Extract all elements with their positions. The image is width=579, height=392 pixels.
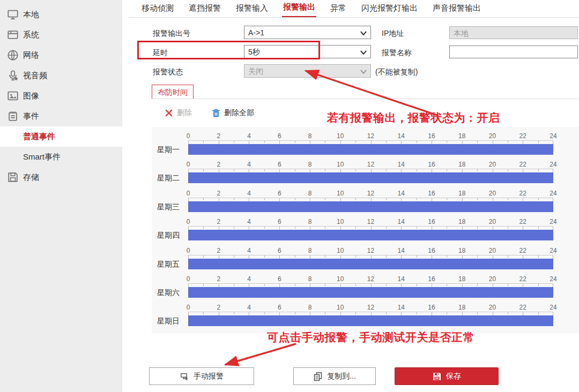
sidebar-item-label: 视音频 (23, 71, 47, 81)
schedule-track[interactable]: 024681012141618202224 (188, 190, 553, 212)
schedule-track[interactable]: 024681012141618202224 (188, 304, 553, 326)
axis-tick-label: 24 (550, 132, 556, 140)
tab-audio-alarm-output[interactable]: 声音报警输出 (432, 1, 482, 17)
axis-tick-label: 16 (428, 161, 435, 168)
sidebar-item-label: 存储 (23, 172, 39, 183)
schedule-bar[interactable] (188, 201, 553, 212)
schedule-bar[interactable] (188, 230, 553, 240)
axis-tick-label: 6 (278, 190, 281, 197)
axis-tick-label: 0 (187, 275, 190, 283)
axis-tick-label: 24 (550, 218, 556, 225)
axis-tick-label: 0 (187, 218, 190, 225)
schedule-track[interactable]: 024681012141618202224 (188, 247, 553, 269)
tab-motion-detection[interactable]: 移动侦测 (140, 1, 175, 17)
axis-tick-label: 18 (458, 247, 465, 254)
schedule-bar[interactable] (188, 172, 553, 183)
axis-tick-label: 8 (308, 304, 312, 311)
axis-tick-label: 10 (337, 190, 344, 197)
delete-button[interactable]: 删除 (164, 108, 192, 118)
tab-alarm-input[interactable]: 报警输入 (235, 1, 269, 17)
globe-icon (7, 49, 19, 61)
sidebar-item-system[interactable]: 系统 (0, 25, 122, 45)
axis-tick-label: 18 (458, 132, 465, 140)
delete-all-button[interactable]: 删除全部 (211, 108, 254, 118)
axis-tick-label: 16 (428, 275, 435, 283)
annotation-manual-note: 可点击手动报警，手动测试开关是否正常 (267, 330, 474, 345)
axis-tick-label: 14 (398, 247, 405, 254)
alarm-status-value: 关闭 (248, 67, 263, 76)
schedule-bar[interactable] (188, 259, 553, 269)
axis-tick-label: 20 (489, 247, 496, 254)
axis-tick-label: 24 (550, 247, 556, 254)
schedule-track[interactable]: 024681012141618202224 (188, 132, 553, 155)
axis-tick-label: 12 (367, 247, 374, 254)
axis-tick-label: 2 (217, 218, 220, 225)
axis-tick-label: 24 (550, 190, 556, 197)
axis-tick-label: 22 (519, 304, 526, 311)
schedule-day-label: 星期二 (157, 172, 185, 183)
sidebar-item-image[interactable]: 图像 (0, 86, 122, 106)
sidebar-item-local[interactable]: 本地 (0, 4, 122, 25)
save-button[interactable]: 保存 (395, 367, 499, 385)
alarm-output-no-select[interactable]: A->1 (244, 26, 371, 39)
manual-alarm-button[interactable]: 手动报警 (149, 367, 254, 385)
sidebar-item-label: 普通事件 (23, 132, 55, 142)
axis-tick-label: 8 (308, 132, 312, 140)
tab-tamper-alarm[interactable]: 遮挡报警 (188, 1, 222, 17)
sidebar-item-audio-video[interactable]: 视音频 (0, 65, 122, 86)
schedule-bar[interactable] (188, 315, 553, 326)
axis-tick-label: 18 (458, 275, 465, 283)
axis-tick-label: 4 (247, 218, 251, 225)
axis-tick-label: 24 (550, 304, 556, 311)
axis-tick-label: 18 (458, 304, 465, 311)
sidebar-item-network[interactable]: 网络 (0, 45, 122, 65)
delay-label: 延时 (153, 48, 168, 58)
axis-tick-label: 14 (398, 218, 405, 225)
sidebar-item-basic-event[interactable]: 普通事件 (0, 126, 122, 147)
tab-exception[interactable]: 异常 (329, 1, 347, 17)
axis-tick-label: 4 (247, 132, 251, 140)
axis-tick-label: 16 (428, 132, 435, 140)
alarm-name-input[interactable] (449, 46, 578, 58)
schedule-day-label: 星期四 (157, 230, 185, 240)
save-label: 保存 (446, 372, 461, 381)
sidebar-item-event[interactable]: 事件 (0, 106, 122, 126)
schedule-row: 星期二024681012141618202224 (152, 161, 579, 184)
axis-tick-label: 12 (367, 304, 374, 311)
schedule-day-label: 星期日 (157, 315, 185, 326)
save-icon (432, 372, 442, 381)
axis-tick-label: 22 (519, 247, 526, 254)
sidebar-item-storage[interactable]: 存储 (0, 167, 122, 187)
sidebar: 本地系统网络视音频图像事件普通事件Smart事件存储 (0, 0, 122, 392)
schedule-bar[interactable] (188, 287, 553, 298)
schedule-bar[interactable] (188, 144, 553, 155)
schedule-track[interactable]: 024681012141618202224 (188, 161, 553, 183)
axis-tick-label: 20 (489, 218, 496, 225)
tab-bar: 移动侦测遮挡报警报警输入报警输出异常闪光报警灯输出声音报警输出 (140, 0, 482, 18)
monitor-icon (7, 9, 19, 20)
schedule-day-label: 星期五 (157, 259, 185, 269)
arming-schedule-tab[interactable]: 布防时间 (152, 85, 194, 99)
schedule-day-label: 星期三 (157, 201, 185, 212)
copy-to-label: 复制到... (327, 372, 356, 381)
axis-tick-label: 2 (217, 161, 220, 168)
axis-tick-label: 0 (187, 304, 190, 311)
tab-flash-alarm-output[interactable]: 闪光报警灯输出 (360, 1, 419, 17)
schedule-track[interactable]: 024681012141618202224 (188, 275, 553, 298)
schedule-track[interactable]: 024681012141618202224 (188, 218, 553, 240)
manual-alarm-label: 手动报警 (194, 372, 224, 381)
axis-tick-label: 22 (519, 218, 526, 225)
sidebar-item-smart-event[interactable]: Smart事件 (0, 147, 122, 167)
axis-tick-label: 0 (187, 190, 190, 197)
tab-alarm-output[interactable]: 报警输出 (282, 0, 316, 18)
copy-to-button[interactable]: 复制到... (293, 367, 376, 385)
alarm-name-label: 报警名称 (382, 48, 412, 58)
axis-tick-label: 0 (187, 247, 190, 254)
axis-tick-label: 2 (217, 190, 220, 197)
delay-select[interactable]: 5秒 (244, 45, 371, 58)
axis-tick-label: 18 (458, 218, 465, 225)
not-copyable-note: (不能被复制) (375, 67, 418, 77)
axis-tick-label: 8 (308, 247, 312, 254)
notepad-icon (7, 110, 19, 122)
axis-tick-label: 2 (217, 247, 220, 254)
